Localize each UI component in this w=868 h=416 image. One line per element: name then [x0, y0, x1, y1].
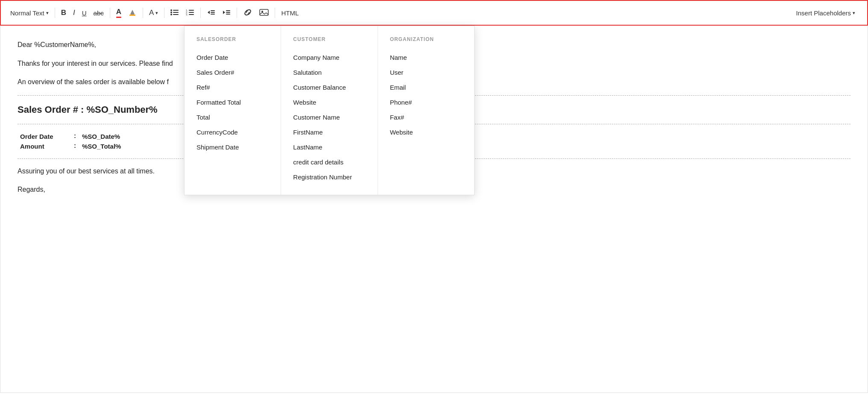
italic-button[interactable]: I — [70, 7, 78, 19]
font-color-icon: A — [116, 8, 121, 18]
amount-value: %SO_Total% — [80, 142, 123, 151]
svg-rect-19 — [226, 12, 230, 13]
customer-item-company-name[interactable]: Company Name — [293, 50, 365, 65]
salesorder-item-formatted-total[interactable]: Formatted Total — [196, 95, 269, 110]
table-row-order-date: Order Date : %SO_Date% — [18, 132, 123, 141]
font-size-icon: A — [149, 9, 154, 17]
normal-text-label: Normal Text — [10, 9, 44, 17]
customer-item-registration-number[interactable]: Registration Number — [293, 170, 365, 185]
svg-rect-12 — [189, 14, 194, 15]
divider-6 — [237, 8, 237, 18]
font-color-button[interactable]: A — [114, 6, 124, 20]
order-date-value: %SO_Date% — [80, 132, 123, 141]
divider-2 — [110, 8, 110, 18]
indent-increase-button[interactable] — [220, 7, 233, 19]
svg-point-1 — [170, 9, 172, 11]
amount-label: Amount — [18, 142, 70, 151]
customer-item-customer-balance[interactable]: Customer Balance — [293, 80, 365, 95]
toolbar: Normal Text ▾ B I U abc A A ▾ — [0, 0, 868, 26]
underline-button[interactable]: U — [79, 8, 89, 18]
image-button[interactable] — [257, 7, 271, 19]
svg-text:3.: 3. — [186, 13, 188, 16]
svg-rect-0 — [129, 15, 135, 16]
numbered-list-button[interactable]: 1. 2. 3. — [183, 7, 197, 19]
normal-text-dropdown[interactable]: Normal Text ▾ — [8, 8, 51, 18]
svg-rect-16 — [211, 14, 215, 15]
link-icon — [243, 9, 252, 18]
svg-rect-2 — [173, 10, 179, 11]
svg-rect-14 — [211, 10, 215, 11]
svg-rect-8 — [189, 10, 194, 11]
bullet-list-icon — [170, 9, 179, 18]
organization-item-name[interactable]: Name — [390, 50, 462, 65]
organization-item-user[interactable]: User — [390, 65, 462, 80]
divider-7 — [275, 8, 275, 18]
table-row-amount: Amount : %SO_Total% — [18, 142, 123, 151]
salesorder-item-order-date[interactable]: Order Date — [196, 50, 269, 65]
organization-item-phone[interactable]: Phone# — [390, 95, 462, 110]
organization-column-header: ORGANIZATION — [390, 36, 462, 42]
highlight-icon — [128, 8, 137, 18]
svg-point-5 — [170, 14, 172, 15]
organization-item-fax[interactable]: Fax# — [390, 110, 462, 125]
svg-marker-13 — [208, 11, 210, 14]
divider-1 — [55, 8, 55, 18]
salesorder-column-header: SALESORDER — [196, 36, 269, 42]
customer-column-header: CUSTOMER — [293, 36, 365, 42]
salesorder-item-ref[interactable]: Ref# — [196, 80, 269, 95]
indent-decrease-icon — [207, 9, 215, 18]
dropdown-customer-column: CUSTOMER Company Name Salutation Custome… — [281, 26, 378, 195]
normal-text-chevron-icon: ▾ — [46, 10, 49, 16]
salesorder-item-shipment-date[interactable]: Shipment Date — [196, 140, 269, 155]
font-size-button[interactable]: A ▾ — [147, 7, 161, 19]
numbered-list-icon: 1. 2. 3. — [186, 9, 194, 18]
svg-rect-6 — [173, 14, 179, 15]
customer-item-credit-card[interactable]: credit card details — [293, 155, 365, 170]
order-date-label: Order Date — [18, 132, 70, 141]
svg-rect-18 — [226, 10, 230, 11]
customer-item-customer-name[interactable]: Customer Name — [293, 110, 365, 125]
order-date-colon: : — [70, 132, 79, 141]
editor-area[interactable]: Dear %CustomerName%, Thanks for your int… — [0, 26, 868, 393]
salesorder-item-sales-order[interactable]: Sales Order# — [196, 65, 269, 80]
font-size-chevron-icon: ▾ — [155, 10, 158, 16]
divider-4 — [164, 8, 164, 18]
salesorder-item-total[interactable]: Total — [196, 110, 269, 125]
bullet-list-button[interactable] — [168, 7, 182, 19]
customer-item-firstname[interactable]: FirstName — [293, 125, 365, 140]
svg-point-3 — [170, 12, 172, 13]
bold-button[interactable]: B — [59, 7, 69, 19]
svg-rect-15 — [211, 12, 215, 13]
strikethrough-button[interactable]: abc — [91, 8, 106, 18]
amount-colon: : — [70, 142, 79, 151]
image-icon — [259, 9, 269, 18]
svg-rect-21 — [260, 9, 268, 15]
insert-placeholders-chevron-icon: ▾ — [853, 10, 855, 16]
organization-item-website[interactable]: Website — [390, 125, 462, 140]
svg-rect-10 — [189, 12, 194, 13]
salesorder-item-currency-code[interactable]: CurrencyCode — [196, 125, 269, 140]
customer-item-website[interactable]: Website — [293, 95, 365, 110]
organization-item-email[interactable]: Email — [390, 80, 462, 95]
indent-increase-icon — [222, 9, 231, 18]
insert-placeholders-dropdown: SALESORDER Order Date Sales Order# Ref# … — [184, 26, 475, 195]
insert-placeholders-button[interactable]: Insert Placeholders ▾ — [791, 7, 860, 19]
customer-item-lastname[interactable]: LastName — [293, 140, 365, 155]
link-button[interactable] — [240, 7, 255, 19]
editor-table: Order Date : %SO_Date% Amount : %SO_Tota… — [18, 131, 123, 152]
divider-5 — [200, 8, 201, 18]
divider-3 — [143, 8, 143, 18]
dropdown-salesorder-column: SALESORDER Order Date Sales Order# Ref# … — [185, 26, 281, 195]
customer-item-salutation[interactable]: Salutation — [293, 65, 365, 80]
html-button[interactable]: HTML — [279, 8, 301, 18]
dropdown-organization-column: ORGANIZATION Name User Email Phone# Fax#… — [378, 26, 474, 195]
svg-marker-17 — [223, 11, 225, 14]
highlight-button[interactable] — [126, 6, 139, 20]
svg-rect-4 — [173, 12, 179, 13]
indent-decrease-button[interactable] — [204, 7, 218, 19]
svg-rect-20 — [226, 14, 230, 15]
